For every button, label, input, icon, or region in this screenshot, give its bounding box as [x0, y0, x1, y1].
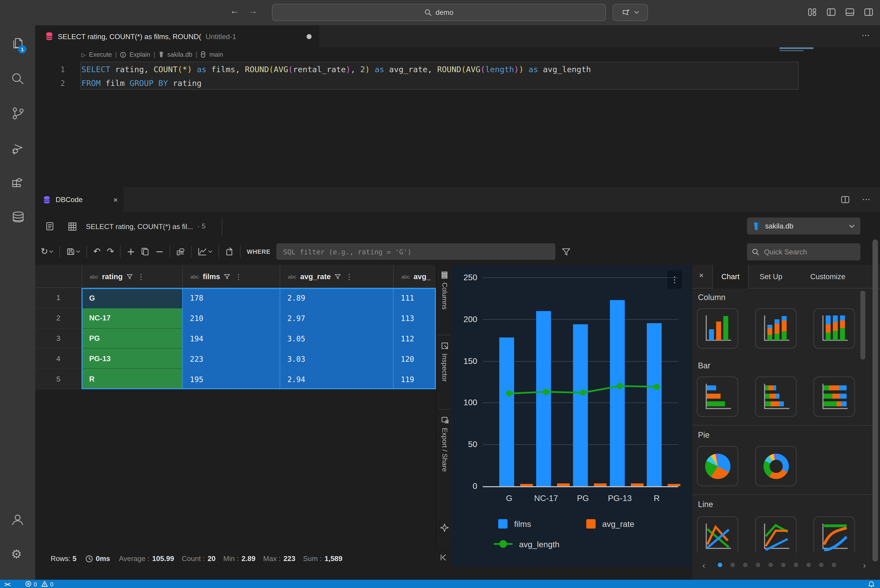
chart-type-column-100-stacked[interactable] — [814, 308, 855, 348]
panel-tab-dbcode[interactable]: DBCode × — [35, 187, 123, 212]
settings-gear-icon[interactable]: ⚙ — [11, 547, 22, 562]
result-grid-icon[interactable] — [68, 222, 77, 231]
pagination-dot[interactable] — [756, 562, 760, 567]
pagination-dot[interactable] — [781, 562, 786, 567]
sidebar-scrollbar[interactable] — [861, 291, 865, 360]
table-cell[interactable]: 113 — [393, 308, 436, 328]
chart-view-button[interactable] — [198, 247, 213, 256]
bar-avg-rate[interactable] — [594, 484, 607, 486]
toggle-secondary-sidebar-icon[interactable] — [864, 7, 874, 17]
nav-back-icon[interactable]: ← — [230, 6, 240, 16]
column-kebab-icon[interactable]: ⋮ — [346, 272, 353, 280]
bar-films[interactable] — [536, 311, 551, 486]
unsaved-dot-icon[interactable] — [307, 34, 312, 39]
code-line[interactable]: SELECT rating, COUNT(*) as films, ROUND(… — [81, 63, 591, 76]
column-header-films[interactable]: abcfilms⋮ — [182, 265, 280, 288]
copilot-button[interactable] — [613, 4, 648, 21]
pager-next-icon[interactable]: › — [863, 560, 866, 570]
chart-type-line-2[interactable] — [755, 516, 796, 553]
pagination-dot[interactable] — [819, 562, 823, 567]
minimap[interactable] — [780, 46, 818, 56]
copy-row-button[interactable] — [141, 247, 149, 256]
chart-type-bar[interactable] — [697, 376, 738, 417]
search-activity-icon[interactable] — [10, 72, 25, 86]
run-debug-icon[interactable] — [10, 141, 25, 156]
filter-funnel-icon[interactable] — [562, 247, 571, 256]
row-number[interactable]: 5 — [35, 369, 81, 389]
redo-button[interactable]: ↷ — [106, 247, 114, 256]
pagination-dot[interactable] — [743, 562, 748, 567]
tab-customize[interactable]: Customize — [810, 265, 846, 288]
connection-select[interactable]: sakila.db — [747, 218, 861, 234]
codelens-branch[interactable]: main — [209, 51, 223, 58]
toggle-sidebar-icon[interactable] — [826, 7, 836, 17]
column-header-avg_[interactable]: abcavg_ — [393, 265, 436, 288]
chart-type-column-grouped[interactable] — [697, 308, 738, 348]
table-cell[interactable]: NC-17 — [81, 308, 182, 328]
chart-type-line-smooth[interactable] — [814, 516, 855, 553]
tab-inspector[interactable]: Inspector — [436, 342, 453, 382]
refresh-button[interactable]: ↻ — [41, 247, 54, 256]
column-kebab-icon[interactable]: ⋮ — [138, 272, 145, 280]
pagination-dot[interactable] — [718, 562, 722, 567]
legend-avg_length[interactable]: avg_length — [494, 539, 559, 549]
bar-films[interactable] — [647, 323, 662, 486]
bar-avg-rate[interactable] — [668, 484, 681, 486]
column-kebab-icon[interactable]: ⋮ — [235, 272, 242, 280]
column-filter-icon[interactable] — [335, 273, 341, 279]
table-cell[interactable]: 223 — [182, 349, 280, 369]
pagination-dot[interactable] — [832, 562, 836, 567]
code-area[interactable]: 1SELECT rating, COUNT(*) as films, ROUND… — [35, 60, 880, 187]
column-filter-icon[interactable] — [127, 273, 133, 279]
editor-actions-more-icon[interactable]: ⋯ — [862, 30, 870, 40]
column-header-rating[interactable]: abcrating⋮ — [81, 265, 182, 288]
table-cell[interactable]: 112 — [393, 328, 436, 349]
customize-layout-icon[interactable] — [808, 7, 817, 17]
tab-columns[interactable]: Columns — [436, 272, 453, 310]
codelens-explain[interactable]: Explain — [129, 51, 150, 58]
table-cell[interactable]: 194 — [182, 328, 280, 349]
table-cell[interactable]: 3.03 — [280, 349, 393, 369]
table-cell[interactable]: 3.05 — [280, 328, 393, 349]
table-cell[interactable]: R — [81, 369, 182, 389]
save-button[interactable] — [66, 247, 81, 256]
database-icon[interactable] — [10, 210, 26, 225]
table-cell[interactable]: 2.94 — [280, 369, 393, 389]
bar-films[interactable] — [499, 338, 514, 486]
toggle-panel-icon[interactable] — [845, 7, 855, 17]
table-cell[interactable]: 210 — [182, 308, 280, 328]
quick-search-input[interactable] — [763, 247, 846, 256]
legend-films[interactable]: films — [498, 519, 531, 528]
codelens-connection[interactable]: sakila.db — [167, 51, 192, 58]
bar-avg-rate[interactable] — [520, 484, 533, 486]
bar-films[interactable] — [610, 300, 625, 486]
messages-icon[interactable] — [45, 221, 54, 231]
row-number[interactable]: 1 — [35, 288, 81, 308]
pagination-dot[interactable] — [807, 562, 811, 567]
add-row-button[interactable]: + — [127, 247, 135, 256]
source-control-icon[interactable] — [10, 106, 25, 121]
chart-type-column-stacked[interactable] — [755, 308, 796, 348]
chart-type-pie[interactable] — [697, 446, 738, 486]
split-panel-icon[interactable] — [841, 195, 850, 204]
table-cell[interactable]: 120 — [393, 349, 436, 369]
row-number[interactable]: 2 — [35, 308, 81, 328]
row-number[interactable]: 4 — [35, 349, 81, 369]
table-cell[interactable]: 2.97 — [280, 308, 393, 328]
quick-search-box[interactable] — [747, 243, 861, 260]
tab-chart[interactable]: Chart — [712, 265, 749, 288]
codelens-execute[interactable]: Execute — [89, 51, 112, 58]
chart-type-line[interactable] — [697, 516, 738, 553]
query-tab-label[interactable]: SELECT rating, COUNT(*) as fil... — [86, 222, 193, 231]
legend-avg_rate[interactable]: avg_rate — [586, 519, 634, 528]
row-number[interactable]: 3 — [35, 328, 81, 349]
panel-more-icon[interactable]: ⋯ — [862, 194, 870, 204]
editor-tab[interactable]: SELECT rating, COUNT(*) as films, ROUND(… — [35, 26, 319, 47]
pagination-dot[interactable] — [730, 562, 735, 567]
tab-set-up[interactable]: Set Up — [760, 265, 783, 288]
table-cell[interactable]: 119 — [393, 369, 436, 389]
tab-export-share[interactable]: Export / Share — [436, 416, 453, 472]
column-header-avg_rate[interactable]: abcavg_rate⋮ — [280, 265, 393, 288]
table-cell[interactable]: 2.89 — [280, 288, 393, 308]
bar-films[interactable] — [573, 324, 588, 486]
